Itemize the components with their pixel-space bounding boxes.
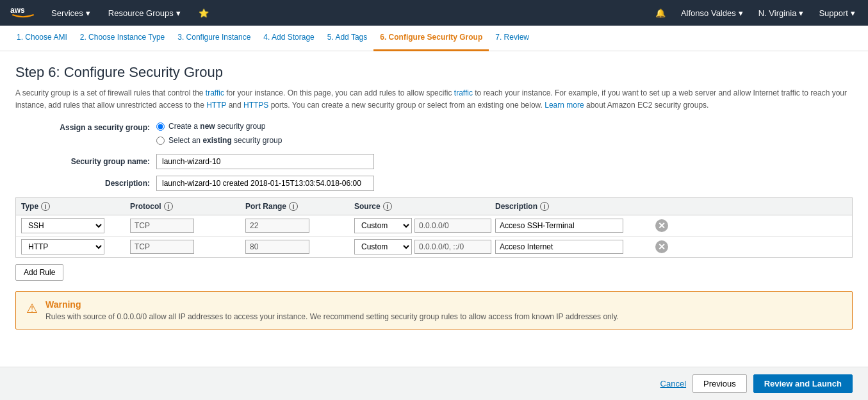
protocol-display-2: TCP <box>130 240 194 254</box>
rules-table: Type i Protocol i Port Range i Source i … <box>15 197 853 258</box>
source-input-1[interactable] <box>414 219 491 233</box>
table-header: Type i Protocol i Port Range i Source i … <box>16 198 852 215</box>
user-menu[interactable]: Alfonso Valdes ▾ <box>678 0 746 26</box>
security-group-name-row: Security group name: <box>15 154 853 169</box>
name-label: Security group name: <box>15 157 156 166</box>
desc-cell-1 <box>495 219 655 233</box>
review-and-launch-button[interactable]: Review and Launch <box>753 374 853 393</box>
support-menu[interactable]: Support ▾ <box>816 0 858 26</box>
svg-text:aws: aws <box>10 6 25 15</box>
step-choose-instance-type[interactable]: 2. Choose Instance Type <box>74 26 172 51</box>
type-select-1[interactable]: SSH HTTP HTTPS Custom TCP <box>21 218 104 233</box>
source-info-icon[interactable]: i <box>383 202 392 211</box>
table-row: HTTP SSH HTTPS Custom TCP TCP Custom Any… <box>16 237 852 257</box>
type-cell-2: HTTP SSH HTTPS Custom TCP <box>21 239 130 254</box>
protocol-header: Protocol i <box>130 202 245 211</box>
top-navigation: aws Services ▾ Resource Groups ▾ ⭐ 🔔 Alf… <box>0 0 868 26</box>
chevron-down-icon: ▾ <box>739 8 743 18</box>
step-add-tags[interactable]: 5. Add Tags <box>321 26 374 51</box>
chevron-down-icon: ▾ <box>851 8 855 18</box>
desc-input-1[interactable] <box>495 219 623 233</box>
desc-cell-2 <box>495 240 655 254</box>
cancel-button[interactable]: Cancel <box>660 379 686 388</box>
warning-title: Warning <box>45 299 619 310</box>
protocol-display-1: TCP <box>130 219 194 233</box>
port-cell-2 <box>245 240 354 254</box>
main-content: Step 6: Configure Security Group A secur… <box>0 51 868 367</box>
aws-logo[interactable]: aws <box>10 4 36 22</box>
create-new-radio[interactable] <box>156 122 165 131</box>
services-menu[interactable]: Services ▾ <box>49 0 93 26</box>
protocol-cell-1: TCP <box>130 219 245 233</box>
source-header: Source i <box>354 202 495 211</box>
desc-info-icon[interactable]: i <box>540 202 549 211</box>
port-info-icon[interactable]: i <box>289 202 298 211</box>
port-input-1[interactable] <box>245 219 309 233</box>
delete-row-1-button[interactable]: ✕ <box>655 219 668 232</box>
previous-button[interactable]: Previous <box>692 374 747 393</box>
create-new-option[interactable]: Create a new security group <box>156 122 282 131</box>
security-group-name-input[interactable] <box>156 154 374 169</box>
select-existing-radio[interactable] <box>156 137 165 145</box>
protocol-cell-2: TCP <box>130 240 245 254</box>
footer: Cancel Previous Review and Launch <box>0 367 868 400</box>
assign-label: Assign a security group: <box>15 122 156 132</box>
delete-row-2-button[interactable]: ✕ <box>655 240 668 253</box>
warning-text: Rules with source of 0.0.0.0/0 allow all… <box>45 312 619 321</box>
description-row: Description: <box>15 176 853 191</box>
protocol-info-icon[interactable]: i <box>164 202 173 211</box>
source-input-2[interactable] <box>414 240 491 254</box>
table-row: SSH HTTP HTTPS Custom TCP TCP Custom Any… <box>16 215 852 237</box>
delete-cell-2: ✕ <box>655 240 687 253</box>
description-label: Description: <box>15 179 156 188</box>
type-header: Type i <box>21 202 130 211</box>
step-configure-security-group[interactable]: 6. Configure Security Group <box>373 26 489 51</box>
learn-more-link[interactable]: Learn more <box>545 101 584 110</box>
region-menu[interactable]: N. Virginia ▾ <box>756 0 807 26</box>
step-configure-instance[interactable]: 3. Configure Instance <box>171 26 257 51</box>
port-cell-1 <box>245 219 354 233</box>
source-select-2[interactable]: Custom Anywhere My IP <box>354 239 412 254</box>
type-cell-1: SSH HTTP HTTPS Custom TCP <box>21 218 130 233</box>
description-input[interactable] <box>156 176 374 191</box>
page-title: Step 6: Configure Security Group <box>15 64 853 81</box>
source-select-1[interactable]: Custom Anywhere My IP <box>354 218 412 233</box>
bookmark-icon[interactable]: ⭐ <box>196 0 211 26</box>
type-info-icon[interactable]: i <box>41 202 50 211</box>
bell-icon[interactable]: 🔔 <box>653 0 668 26</box>
description-header: Description i <box>495 202 655 211</box>
assign-options: Create a new security group Select an ex… <box>156 122 282 145</box>
chevron-down-icon: ▾ <box>176 8 181 18</box>
warning-icon: ⚠ <box>26 301 38 316</box>
step-add-storage[interactable]: 4. Add Storage <box>257 26 320 51</box>
assign-security-group: Assign a security group: Create a new se… <box>15 122 853 145</box>
step-review[interactable]: 7. Review <box>489 26 536 51</box>
warning-content: Warning Rules with source of 0.0.0.0/0 a… <box>45 299 619 321</box>
description: A security group is a set of firewall ru… <box>15 87 853 112</box>
chevron-down-icon: ▾ <box>799 8 803 18</box>
desc-input-2[interactable] <box>495 240 623 254</box>
type-select-2[interactable]: HTTP SSH HTTPS Custom TCP <box>21 239 104 254</box>
add-rule-button[interactable]: Add Rule <box>15 264 63 281</box>
top-nav-right: 🔔 Alfonso Valdes ▾ N. Virginia ▾ Support… <box>653 0 858 26</box>
port-header: Port Range i <box>245 202 354 211</box>
chevron-down-icon: ▾ <box>86 8 90 18</box>
steps-bar: 1. Choose AMI 2. Choose Instance Type 3.… <box>0 26 868 51</box>
warning-box: ⚠ Warning Rules with source of 0.0.0.0/0… <box>15 291 853 329</box>
select-existing-option[interactable]: Select an existing security group <box>156 136 282 145</box>
delete-cell-1: ✕ <box>655 219 687 232</box>
step-choose-ami[interactable]: 1. Choose AMI <box>10 26 74 51</box>
source-cell-2: Custom Anywhere My IP <box>354 239 495 254</box>
port-input-2[interactable] <box>245 240 309 254</box>
resource-groups-menu[interactable]: Resource Groups ▾ <box>106 0 183 26</box>
source-cell-1: Custom Anywhere My IP <box>354 218 495 233</box>
